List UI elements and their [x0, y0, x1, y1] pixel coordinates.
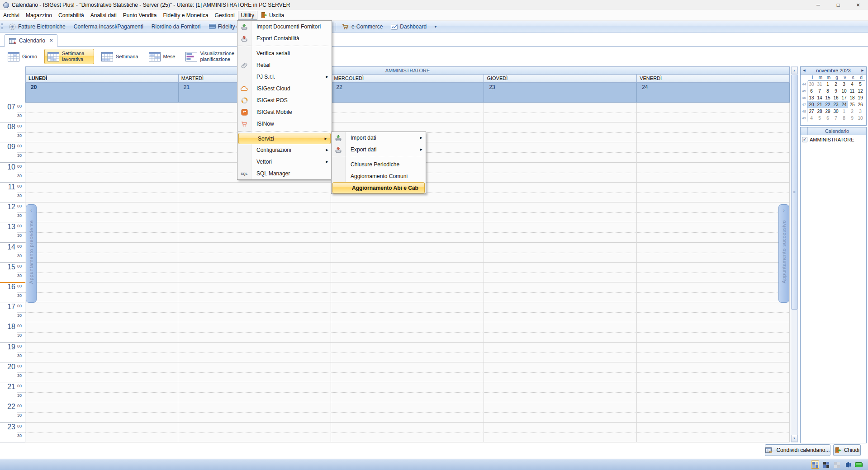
menu-item-chiusure-periodiche[interactable]: Chiusure Periodiche	[332, 159, 426, 170]
previous-appointment-tab[interactable]: ‹ Appuntamento precedente	[26, 204, 37, 303]
toolbar-overflow-icon[interactable]: ▾	[431, 25, 441, 29]
tab-calendario[interactable]: Calendario ✕	[5, 34, 57, 47]
day-column-venerdi[interactable]	[637, 103, 790, 442]
menu-item-servizi[interactable]: Servizi▶	[238, 133, 331, 144]
mini-calendar-day-5[interactable]: 5	[856, 81, 864, 88]
menu-item-aggiornamento-comuni[interactable]: Aggiornamento Comuni	[332, 170, 426, 182]
mini-calendar-day-1[interactable]: 1	[840, 108, 848, 115]
all-day-cell-24[interactable]: 24	[637, 83, 790, 103]
mini-calendar-day-3[interactable]: 3	[856, 108, 864, 115]
mini-calendar-day-20[interactable]: 20	[807, 101, 816, 108]
day-header-mercoledi[interactable]: MERCOLEDÌ	[332, 75, 484, 83]
menu-item-verifica-seriali[interactable]: Verifica seriali	[237, 47, 332, 59]
mini-calendar-day-10[interactable]: 10	[840, 88, 848, 94]
mini-calendar-day-16[interactable]: 16	[832, 94, 840, 101]
menu-utility[interactable]: Utility	[238, 11, 257, 20]
mini-calendar-day-29[interactable]: 29	[824, 108, 832, 115]
close-calendar-button[interactable]: Chiudi	[833, 444, 861, 456]
mini-calendar-day-13[interactable]: 13	[807, 94, 816, 101]
view-button-settimana-lavorativa[interactable]: Settimana lavorativa	[44, 49, 94, 64]
menu-item-import-dati[interactable]: Import dati▶	[332, 132, 426, 144]
scroll-down-icon[interactable]: ▼	[791, 435, 797, 442]
all-day-cell-20[interactable]: 20	[26, 83, 179, 103]
menu-item-aggiornamento-abi-e-cab[interactable]: Aggiornamento Abi e Cab	[332, 182, 425, 193]
mini-calendar-day-7[interactable]: 7	[832, 115, 840, 122]
menu-punto-vendita[interactable]: Punto Vendita	[120, 11, 160, 20]
toolbar-button-fatture-elettroniche[interactable]: Fatture Elettroniche	[5, 21, 70, 33]
minimize-button[interactable]: ─	[808, 0, 828, 10]
layout-view-2-icon[interactable]	[822, 461, 830, 469]
close-window-button[interactable]: ×	[848, 0, 868, 10]
mini-calendar-day-21[interactable]: 21	[816, 101, 824, 108]
layout-view-3-icon[interactable]	[833, 461, 841, 469]
toolbar-button-dashboard[interactable]: Dashboard	[387, 21, 431, 33]
mini-calendar-day-3[interactable]: 3	[840, 81, 848, 88]
toolbar-button-e-commerce[interactable]: e-Commerce	[338, 21, 387, 33]
mini-calendar-day-6[interactable]: 6	[824, 115, 832, 122]
mini-calendar-day-30[interactable]: 30	[832, 108, 840, 115]
all-day-cell-22[interactable]: 22	[332, 83, 484, 103]
layout-view-1-icon[interactable]	[811, 461, 819, 469]
scrollbar-thumb[interactable]: ≡	[791, 75, 797, 310]
mini-calendar-day-24[interactable]: 24	[840, 101, 848, 108]
calendar-list-item-amministratore[interactable]: ✔ AMMINISTRATORE	[801, 135, 866, 144]
mini-calendar-day-11[interactable]: 11	[848, 88, 856, 94]
mini-calendar-day-28[interactable]: 28	[816, 108, 824, 115]
office-link-icon[interactable]	[844, 461, 852, 469]
mini-calendar-day-4[interactable]: 4	[807, 115, 816, 122]
toolbar-grip[interactable]	[1, 23, 3, 30]
mini-calendar-day-2[interactable]: 2	[832, 81, 840, 88]
mini-calendar-day-19[interactable]: 19	[856, 94, 864, 101]
all-day-cell-23[interactable]: 23	[484, 83, 637, 103]
next-month-icon[interactable]: ▶	[859, 69, 866, 72]
menu-item-configurazioni[interactable]: Configurazioni▶	[237, 144, 332, 156]
day-header-lunedi[interactable]: LUNEDÌ	[26, 75, 179, 83]
menu-fidelity-e-monetica[interactable]: Fidelity e Monetica	[160, 11, 212, 20]
day-header-giovedi[interactable]: GIOVEDÌ	[484, 75, 637, 83]
mini-calendar-day-27[interactable]: 27	[807, 108, 816, 115]
menu-item-isigest-mobile[interactable]: ISIGest Mobile	[237, 106, 332, 118]
menu-item-isinow[interactable]: ISINow	[237, 118, 332, 130]
mini-calendar-day-26[interactable]: 26	[856, 101, 864, 108]
mini-calendar-day-5[interactable]: 5	[816, 115, 824, 122]
mini-calendar-day-2[interactable]: 2	[848, 108, 856, 115]
mini-calendar-day-18[interactable]: 18	[848, 94, 856, 101]
mini-calendar-day-8[interactable]: 8	[824, 88, 832, 94]
vertical-scrollbar[interactable]: ▲ ≡ ▼	[791, 66, 798, 442]
prev-month-icon[interactable]: ◀	[801, 69, 808, 72]
menu-item-retail[interactable]: Retail	[237, 59, 332, 71]
mini-calendar-day-1[interactable]: 1	[824, 81, 832, 88]
mini-calendar-day-23[interactable]: 23	[832, 101, 840, 108]
menu-item-vettori[interactable]: Vettori▶	[237, 156, 332, 168]
menu-item-export-dati[interactable]: Export dati▶	[332, 144, 426, 155]
view-button-mese[interactable]: Mese	[146, 50, 179, 63]
mini-calendar-day-6[interactable]: 6	[807, 88, 816, 94]
view-button-settimana[interactable]: Settimana	[98, 50, 142, 63]
menu-contabilita[interactable]: Contabilità	[55, 11, 87, 20]
menu-item-export-contabilita[interactable]: Export Contabilità	[237, 33, 332, 44]
mini-calendar-day-31[interactable]: 31	[816, 81, 824, 88]
mini-calendar-day-10[interactable]: 10	[856, 115, 864, 122]
mini-calendar-day-17[interactable]: 17	[840, 94, 848, 101]
mini-calendar-day-7[interactable]: 7	[816, 88, 824, 94]
mini-calendar-day-9[interactable]: 9	[832, 88, 840, 94]
view-button-giorno[interactable]: Giorno	[5, 50, 40, 63]
amministratore-checkbox[interactable]: ✔	[802, 137, 807, 142]
menu-item-isigest-pos[interactable]: ISIGest POS	[237, 94, 332, 106]
mini-calendar-day-25[interactable]: 25	[848, 101, 856, 108]
day-column-giovedi[interactable]	[484, 103, 637, 442]
menu-analisi-dati[interactable]: Analisi dati	[87, 11, 120, 20]
menu-gestioni[interactable]: Gestioni	[212, 11, 238, 20]
mini-calendar-day-30[interactable]: 30	[807, 81, 816, 88]
mini-calendar-day-14[interactable]: 14	[816, 94, 824, 101]
day-column-lunedi[interactable]	[25, 103, 178, 442]
mini-calendar-day-12[interactable]: 12	[856, 88, 864, 94]
mini-calendar-day-9[interactable]: 9	[848, 115, 856, 122]
next-appointment-tab[interactable]: › Appuntamento successivo	[778, 204, 789, 303]
toolbar-button-riordino-da-fornitori[interactable]: Riordino da Fornitori	[147, 21, 205, 33]
scroll-up-icon[interactable]: ▲	[791, 67, 797, 74]
toolbar-button-conferma-incassi-pagamenti[interactable]: Conferma Incassi/Pagamenti	[70, 21, 147, 33]
mini-calendar-day-15[interactable]: 15	[824, 94, 832, 101]
tab-close-icon[interactable]: ✕	[49, 38, 53, 43]
menu-uscita[interactable]: Uscita	[257, 10, 287, 20]
